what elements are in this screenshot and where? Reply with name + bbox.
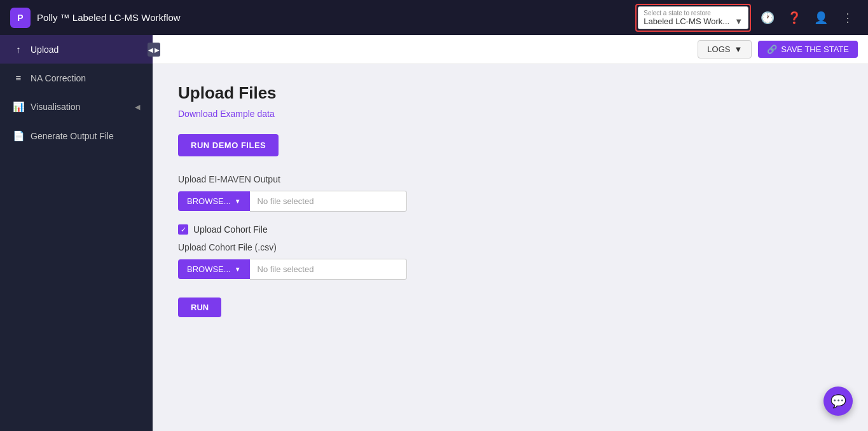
save-state-button[interactable]: 🔗 SAVE THE STATE xyxy=(758,41,858,58)
state-selector-caret-icon: ▼ xyxy=(734,17,743,26)
sidebar-toggle-btn[interactable]: ◀ ▶ xyxy=(148,43,160,57)
run-button[interactable]: RUN xyxy=(178,298,221,317)
browse-ei-maven-caret-icon: ▼ xyxy=(235,198,241,205)
sidebar-item-generate-output[interactable]: 📄 Generate Output File xyxy=(0,121,153,151)
na-correction-icon: ≡ xyxy=(13,72,24,83)
run-demo-files-button[interactable]: RUN DEMO FILES xyxy=(178,134,279,156)
upload-icon: ↑ xyxy=(13,44,24,55)
state-selector-wrapper: Select a state to restore Labeled LC-MS … xyxy=(635,4,751,32)
clock-icon-btn[interactable]: 🕐 xyxy=(757,8,778,28)
sidebar: ◀ ▶ ↑ Upload ≡ NA Correction 📊 Visualisa… xyxy=(0,35,153,431)
sidebar-item-upload-label: Upload xyxy=(31,44,140,55)
sidebar-item-generate-output-label: Generate Output File xyxy=(31,131,140,141)
logs-button[interactable]: LOGS ▼ xyxy=(698,40,752,58)
toolbar: LOGS ▼ 🔗 SAVE THE STATE xyxy=(153,35,868,64)
chat-icon: 💬 xyxy=(830,393,846,409)
state-selector-value: Labeled LC-MS Work... ▼ xyxy=(644,17,743,26)
cohort-file-row: BROWSE... ▼ No file selected xyxy=(178,259,407,280)
sidebar-item-na-correction-label: NA Correction xyxy=(31,73,140,83)
main-layout: ◀ ▶ ↑ Upload ≡ NA Correction 📊 Visualisa… xyxy=(0,35,868,431)
upload-cohort-checkbox-label: Upload Cohort File xyxy=(193,224,268,235)
upload-cohort-csv-label: Upload Cohort File (.csv) xyxy=(178,242,843,252)
help-icon-btn[interactable]: ❓ xyxy=(784,8,804,28)
upload-ei-maven-label: Upload EI-MAVEN Output xyxy=(178,174,843,184)
upload-cohort-checkbox[interactable]: ✓ xyxy=(178,224,188,235)
app-logo: P xyxy=(10,8,31,28)
user-icon-btn[interactable]: 👤 xyxy=(811,8,831,28)
main-content: Upload Files Download Example data RUN D… xyxy=(153,64,868,431)
page-title: Upload Files xyxy=(178,83,843,103)
sidebar-item-upload[interactable]: ↑ Upload xyxy=(0,35,153,64)
generate-output-icon: 📄 xyxy=(13,130,24,142)
ei-maven-file-row: BROWSE... ▼ No file selected xyxy=(178,191,407,212)
state-selector-dropdown[interactable]: Select a state to restore Labeled LC-MS … xyxy=(638,6,748,29)
save-icon: 🔗 xyxy=(767,44,777,54)
browse-cohort-caret-icon: ▼ xyxy=(235,266,241,273)
download-example-link[interactable]: Download Example data xyxy=(178,109,275,119)
upload-ei-maven-section: Upload EI-MAVEN Output BROWSE... ▼ No fi… xyxy=(178,174,843,212)
browse-ei-maven-button[interactable]: BROWSE... ▼ xyxy=(178,191,250,211)
state-selector-label: Select a state to restore xyxy=(644,10,711,17)
sidebar-item-visualisation[interactable]: 📊 Visualisation ◀ xyxy=(0,92,153,121)
upload-cohort-checkbox-row: ✓ Upload Cohort File xyxy=(178,224,843,235)
header-right: Select a state to restore Labeled LC-MS … xyxy=(635,4,858,32)
upload-cohort-file-section: Upload Cohort File (.csv) BROWSE... ▼ No… xyxy=(178,242,843,280)
more-icon-btn[interactable]: ⋮ xyxy=(837,8,858,28)
header-left: P Polly ™ Labeled LC-MS Workflow xyxy=(10,8,181,28)
app-title: Polly ™ Labeled LC-MS Workflow xyxy=(37,12,181,23)
upload-cohort-checkbox-section: ✓ Upload Cohort File xyxy=(178,224,843,235)
ei-maven-file-display: No file selected xyxy=(250,191,407,212)
app-header: P Polly ™ Labeled LC-MS Workflow Select … xyxy=(0,0,868,35)
visualisation-icon: 📊 xyxy=(13,101,24,113)
sidebar-item-na-correction[interactable]: ≡ NA Correction xyxy=(0,64,153,92)
chat-bubble-button[interactable]: 💬 xyxy=(823,387,853,416)
visualisation-chevron-icon: ◀ xyxy=(135,103,140,111)
cohort-file-display: No file selected xyxy=(250,259,407,280)
sidebar-item-visualisation-label: Visualisation xyxy=(31,102,128,112)
browse-cohort-button[interactable]: BROWSE... ▼ xyxy=(178,259,250,279)
logs-caret-icon: ▼ xyxy=(734,44,742,54)
